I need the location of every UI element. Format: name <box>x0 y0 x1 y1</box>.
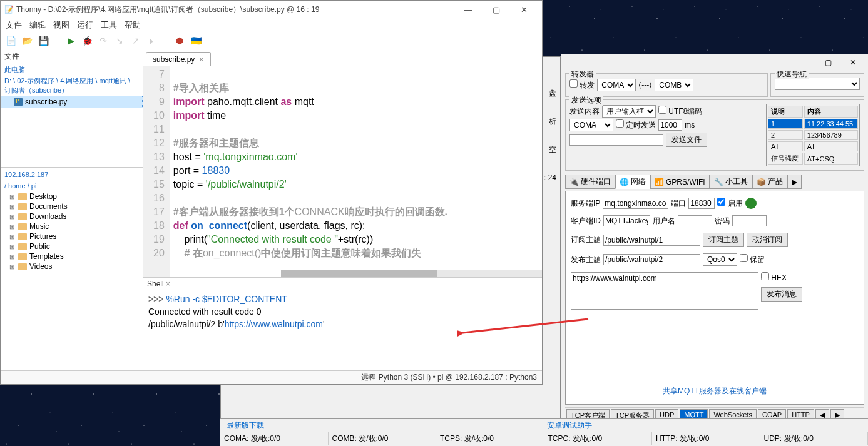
password-input[interactable] <box>732 215 767 226</box>
interval-input[interactable] <box>658 119 682 131</box>
step-over-icon[interactable]: ↷ <box>97 34 110 47</box>
tab-close-icon[interactable]: ✕ <box>198 56 204 64</box>
send-com-select[interactable]: COMA <box>569 119 613 131</box>
username-input[interactable] <box>678 215 712 226</box>
menu-file[interactable]: 文件 <box>6 19 22 31</box>
menu-run[interactable]: 运行 <box>77 19 93 31</box>
tab-product[interactable]: 📦产品 <box>752 175 787 189</box>
enable-checkbox[interactable]: 启用 <box>717 198 742 209</box>
unsubscribe-button[interactable]: 取消订阅 <box>747 233 788 247</box>
utf8-checkbox[interactable]: UTF8编码 <box>658 106 702 117</box>
expander-icon[interactable]: ⊞ <box>9 253 16 260</box>
table-row[interactable]: 信号强度AT+CSQ <box>768 153 858 165</box>
forward-comb-select[interactable]: COMB <box>655 79 693 91</box>
tab-tools[interactable]: 🔧小工具 <box>710 175 752 189</box>
remote-folder-item[interactable]: ⊞Public <box>1 241 143 251</box>
expander-icon[interactable]: ⊞ <box>9 203 16 210</box>
share-mqtt-link[interactable]: 共享MQTT服务器及在线客户端 <box>571 383 859 399</box>
port-input[interactable] <box>688 198 715 209</box>
client-id-input[interactable] <box>603 215 650 226</box>
tab-scroll-right[interactable]: ▶ <box>787 175 802 189</box>
partial-btn-disk[interactable]: 盘 <box>549 88 556 99</box>
expander-icon[interactable]: ⊞ <box>9 193 16 200</box>
tab-network[interactable]: 🌐网络 <box>615 175 650 189</box>
local-file-item[interactable]: subscribe.py <box>1 96 143 108</box>
flag-icon[interactable]: 🇺🇦 <box>190 34 202 47</box>
pub-topic-input[interactable] <box>603 254 700 265</box>
local-path[interactable]: D: \ 02-示例程序 \ 4.网络应用 \ mqtt通讯 \ 订阅者（sub… <box>1 75 143 96</box>
send-file-button[interactable]: 发送文件 <box>666 133 707 147</box>
forward-checkbox[interactable]: 转发 <box>569 79 595 91</box>
minimize-button[interactable]: — <box>454 1 482 18</box>
quicknav-select[interactable] <box>775 78 860 90</box>
new-file-icon[interactable]: 📄 <box>4 34 17 47</box>
expander-icon[interactable]: ⊞ <box>9 233 16 240</box>
remote-folder-item[interactable]: ⊞Downloads <box>1 211 143 221</box>
close-button[interactable]: ✕ <box>510 1 538 18</box>
table-row[interactable]: ATAT <box>768 141 858 151</box>
remote-folder-item[interactable]: ⊞Desktop <box>1 191 143 201</box>
filepath-input[interactable] <box>569 134 663 146</box>
download-link[interactable]: 最新版下载 <box>220 420 270 431</box>
table-row[interactable]: 2123456789 <box>768 130 858 140</box>
expander-icon[interactable]: ⊞ <box>9 243 16 250</box>
menu-tools[interactable]: 工具 <box>101 19 117 31</box>
debug-icon[interactable]: 🐞 <box>81 34 93 47</box>
menu-edit[interactable]: 编辑 <box>29 19 46 31</box>
resume-icon[interactable]: ⏵ <box>146 34 158 47</box>
remote-folder-item[interactable]: ⊞Videos <box>1 261 143 271</box>
step-out-icon[interactable]: ↗ <box>130 34 142 47</box>
expander-icon[interactable]: ⊞ <box>9 213 16 220</box>
rtool-close-button[interactable]: ✕ <box>840 55 865 70</box>
qos-select[interactable]: Qos0 <box>703 253 737 266</box>
remote-folder-item[interactable]: ⊞Templates <box>1 251 143 261</box>
server-ip-input[interactable] <box>603 198 668 209</box>
horizontal-scrollbar[interactable] <box>281 270 542 277</box>
rtool-minimize-button[interactable]: — <box>790 55 815 70</box>
rtool-maximize-button[interactable]: ▢ <box>815 55 840 70</box>
local-root[interactable]: 此电脑 <box>1 64 143 75</box>
editor-tab[interactable]: subscribe.py✕ <box>146 52 211 66</box>
subscribe-button[interactable]: 订阅主题 <box>703 233 744 247</box>
maximize-button[interactable]: ▢ <box>482 1 510 18</box>
tab-hardware[interactable]: 🔌硬件端口 <box>565 175 615 189</box>
menu-view[interactable]: 视图 <box>53 19 69 31</box>
status-text[interactable]: 远程 Python 3 (SSH) • pi @ 192.168.2.187 :… <box>361 372 537 383</box>
publish-button[interactable]: 发布消息 <box>761 287 802 302</box>
folder-icon <box>18 253 27 260</box>
menu-help[interactable]: 帮助 <box>125 19 141 31</box>
partial-btn-analyze[interactable]: 析 <box>549 116 556 127</box>
preset-table[interactable]: 说明内容 111 22 33 44 55 2123456789 ATAT 信号强… <box>766 104 860 166</box>
send-content-select[interactable]: 用户输入框 <box>602 105 656 118</box>
status-coma: COMA: 发/收:0/0 <box>220 432 329 445</box>
timed-send-checkbox[interactable]: 定时发送 <box>616 119 656 131</box>
partial-btn-empty[interactable]: 空 <box>549 144 556 155</box>
tab-gprs[interactable]: 📶GPRS/WIFI <box>650 175 710 189</box>
android-debug-link[interactable]: 安卓调试助手 <box>547 420 592 431</box>
shell-url-link[interactable]: https://www.walnutpi.com <box>225 319 323 329</box>
remote-folder-item[interactable]: ⊞Pictures <box>1 231 143 241</box>
run-icon[interactable]: ▶ <box>64 34 77 47</box>
python-file-icon <box>14 98 23 106</box>
message-textarea[interactable] <box>571 272 758 310</box>
save-icon[interactable]: 💾 <box>37 34 49 47</box>
step-into-icon[interactable]: ↘ <box>113 34 126 47</box>
table-row[interactable]: 111 22 33 44 55 <box>768 119 858 129</box>
open-icon[interactable]: 📂 <box>21 34 33 47</box>
stop-icon[interactable]: ⬢ <box>173 34 186 47</box>
expander-icon[interactable]: ⊞ <box>9 223 16 230</box>
remote-folder-item[interactable]: ⊞Music <box>1 221 143 231</box>
hex-checkbox[interactable]: HEX <box>761 272 802 282</box>
code-editor[interactable]: 7891011121314151617181920 #导入相关库 import … <box>143 66 542 277</box>
sub-topic-input[interactable] <box>603 235 700 246</box>
forward-coma-select[interactable]: COMA <box>597 79 636 91</box>
expander-icon[interactable]: ⊞ <box>9 263 16 270</box>
toolbar: 📄 📂 💾 ▶ 🐞 ↷ ↘ ↗ ⏵ ⬢ 🇺🇦 <box>1 32 542 49</box>
remote-folder-item[interactable]: ⊞Documents <box>1 201 143 211</box>
remote-path[interactable]: / home / pi <box>1 180 143 191</box>
shell-output[interactable]: >>> %Run -c $EDITOR_CONTENT Connected wi… <box>143 290 542 370</box>
sendopt-legend: 发送选项 <box>569 95 603 106</box>
remote-host[interactable]: 192.168.2.187 <box>1 168 143 180</box>
retain-checkbox[interactable]: 保留 <box>740 254 765 265</box>
code-text[interactable]: #导入相关库 import paho.mqtt.client as mqtt i… <box>170 66 451 277</box>
